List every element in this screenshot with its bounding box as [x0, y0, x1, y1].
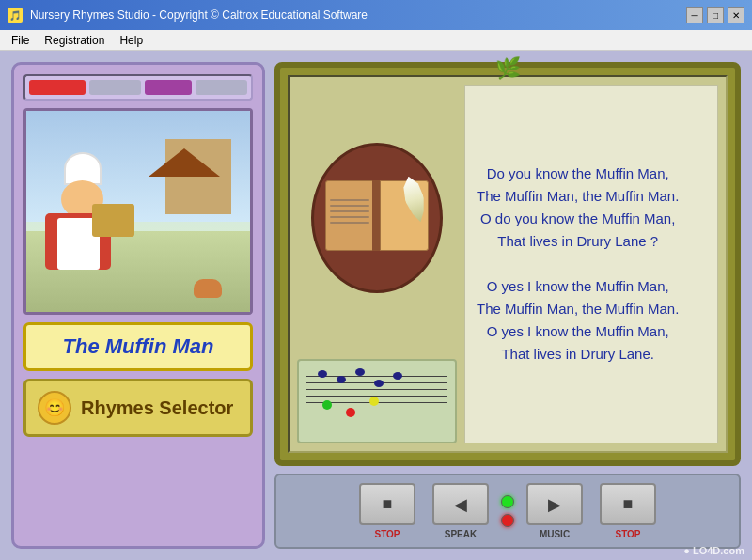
- staff-line: [306, 376, 447, 377]
- menu-help[interactable]: Help: [112, 32, 150, 49]
- dot-green: [322, 400, 332, 410]
- scene: [26, 111, 250, 312]
- indicator-gray1: [89, 80, 141, 95]
- speak-button[interactable]: ◀ SPEAK: [428, 483, 494, 539]
- oval-image: [311, 143, 443, 293]
- music-button[interactable]: ▶ MUSIC: [522, 483, 588, 539]
- book-line: [330, 205, 369, 207]
- music-note: [374, 380, 384, 387]
- rhymes-selector-button[interactable]: 😊 Rhymes Selector: [24, 379, 253, 437]
- illustration: [24, 108, 253, 315]
- staff-line: [306, 389, 447, 390]
- left-panel: The Muffin Man 😊 Rhymes Selector: [11, 62, 265, 549]
- chef-character: [40, 152, 134, 293]
- cat-character: [194, 279, 222, 298]
- frame-left-col: [297, 85, 457, 443]
- light-red: [501, 514, 514, 527]
- speak-icon: ◀: [432, 483, 489, 525]
- rhyme-title-text: The Muffin Man: [63, 334, 214, 358]
- chef-basket: [92, 204, 134, 237]
- music-label: MUSIC: [540, 529, 570, 539]
- menu-file[interactable]: File: [4, 32, 37, 49]
- book-line: [330, 216, 369, 218]
- main-area: The Muffin Man 😊 Rhymes Selector 🌿: [0, 51, 752, 560]
- book-image: [325, 176, 429, 260]
- book-line: [330, 199, 369, 201]
- oval-container: [297, 85, 457, 351]
- verse1-line1: Do you know the Muffin Man,: [477, 163, 679, 185]
- staff-line: [306, 396, 447, 397]
- right-panel: 🌿: [274, 62, 741, 549]
- book-left: [325, 180, 374, 251]
- verse1-line4: That lives in Drury Lane ?: [477, 230, 679, 253]
- book-line: [330, 222, 369, 224]
- menu-registration[interactable]: Registration: [37, 32, 112, 49]
- lyrics-area: Do you know the Muffin Man, The Muffin M…: [464, 85, 718, 443]
- window-controls[interactable]: ─ □ ✕: [686, 7, 744, 23]
- lyrics-text: Do you know the Muffin Man, The Muffin M…: [477, 163, 679, 366]
- verse2-line4: That lives in Drury Lane.: [477, 343, 679, 366]
- dot-red: [346, 408, 355, 417]
- selector-icon: 😊: [38, 391, 71, 425]
- dot-yellow: [369, 397, 379, 406]
- verse2-line2: The Muffin Man, the Muffin Man.: [477, 298, 679, 320]
- controls-bar: ■ STOP ◀ SPEAK ▶ MUSIC ■ STOP: [274, 474, 741, 549]
- minimize-button[interactable]: ─: [686, 7, 703, 23]
- speak-label: SPEAK: [445, 529, 477, 539]
- leaf-decoration: 🌿: [495, 56, 521, 81]
- maximize-button[interactable]: □: [707, 7, 724, 23]
- ornate-frame: 🌿: [274, 62, 741, 466]
- selector-label: Rhymes Selector: [81, 397, 233, 419]
- indicator-purple: [145, 80, 192, 95]
- music-note: [337, 376, 346, 383]
- smiley-icon: 😊: [44, 397, 65, 418]
- house-roof: [149, 148, 220, 177]
- close-button[interactable]: ✕: [728, 7, 744, 23]
- stop1-icon: ■: [359, 483, 415, 525]
- stop2-button[interactable]: ■ STOP: [595, 483, 661, 539]
- verse1-line2: The Muffin Man, the Muffin Man.: [477, 185, 679, 208]
- rhyme-title-box: The Muffin Man: [24, 322, 253, 371]
- indicator-bar: [24, 74, 253, 101]
- stop2-label: STOP: [615, 529, 640, 539]
- music-note: [318, 370, 327, 378]
- menu-bar: File Registration Help: [0, 30, 752, 51]
- title-bar: 🎵 Nursery Rhymes Studio - Copyright © Ca…: [0, 0, 752, 30]
- verse1-line3: O do you know the Muffin Man,: [477, 208, 679, 230]
- app-icon: 🎵: [8, 8, 23, 23]
- indicator-red: [29, 80, 86, 95]
- stop1-button[interactable]: ■ STOP: [354, 483, 420, 539]
- book-lines: [330, 195, 369, 227]
- stop1-label: STOP: [374, 529, 400, 539]
- play-icon: ▶: [526, 483, 583, 525]
- window-title: Nursery Rhymes Studio - Copyright © Calt…: [30, 8, 679, 22]
- house: [165, 139, 231, 214]
- book-spine: [372, 180, 380, 251]
- music-note: [393, 372, 402, 380]
- verse2-line1: O yes I know the Muffin Man,: [477, 275, 679, 298]
- light-green: [501, 495, 514, 508]
- watermark: ● LO4D.com: [683, 545, 744, 556]
- music-note: [355, 368, 365, 376]
- indicator-lights: [501, 495, 514, 527]
- book-line: [330, 210, 369, 212]
- frame-inner: Do you know the Muffin Man, The Muffin M…: [288, 75, 728, 453]
- stop2-icon: ■: [600, 483, 656, 525]
- music-staff: [297, 359, 457, 443]
- indicator-gray2: [196, 80, 247, 95]
- verse2-line3: O yes I know the Muffin Man,: [477, 320, 679, 343]
